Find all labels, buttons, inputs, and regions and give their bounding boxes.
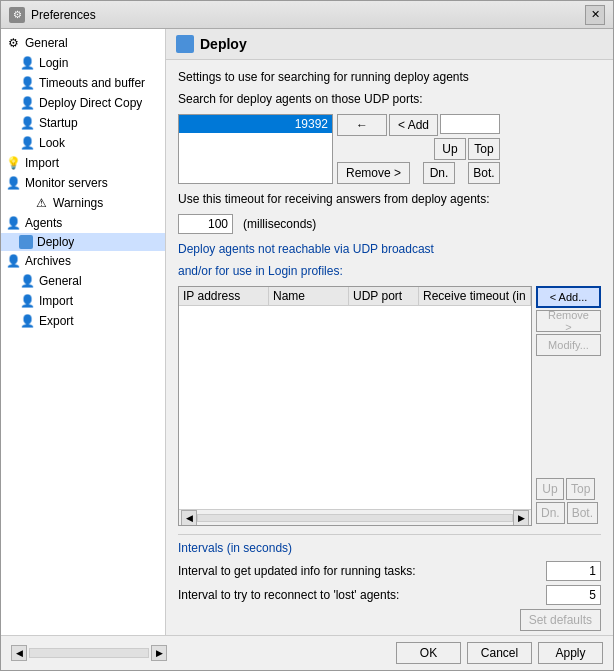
dn-agent-button[interactable]: Dn.	[536, 502, 565, 524]
bottom-scrollbar: ◀ ▶	[11, 645, 167, 661]
up-agent-button[interactable]: Up	[536, 478, 564, 500]
footer-buttons: OK Cancel Apply	[396, 642, 603, 664]
title-bar: ⚙ Preferences ✕	[1, 1, 613, 29]
back-arrow-button[interactable]: ←	[337, 114, 387, 136]
sidebar-item-arc-general[interactable]: 👤 General	[1, 271, 165, 291]
apply-button[interactable]: Apply	[538, 642, 603, 664]
add-agent-button[interactable]: < Add...	[536, 286, 601, 308]
sidebar-scroll-left[interactable]: ◀	[11, 645, 27, 661]
bot-udp-button[interactable]: Bot.	[468, 162, 500, 184]
panel-header: Deploy	[166, 29, 613, 60]
add-udp-button[interactable]: < Add	[389, 114, 438, 136]
sidebar-item-timeouts[interactable]: 👤 Timeouts and buffer	[1, 73, 165, 93]
scroll-track[interactable]	[197, 514, 513, 522]
sidebar-scroll-right[interactable]: ▶	[151, 645, 167, 661]
panel-title: Deploy	[200, 36, 247, 52]
cancel-button[interactable]: Cancel	[467, 642, 532, 664]
scroll-left-button[interactable]: ◀	[181, 510, 197, 526]
sidebar-item-login[interactable]: 👤 Login	[1, 53, 165, 73]
arc-export-icon: 👤	[19, 313, 35, 329]
data-table: IP address Name UDP port Receive timeout…	[178, 286, 532, 526]
sidebar-item-arc-export[interactable]: 👤 Export	[1, 311, 165, 331]
interval2-input[interactable]	[546, 585, 601, 605]
sidebar-label-timeouts: Timeouts and buffer	[39, 76, 145, 90]
top-udp-button[interactable]: Top	[468, 138, 500, 160]
look-icon: 👤	[19, 135, 35, 151]
sidebar-label-archives: Archives	[25, 254, 71, 268]
sidebar-scroll-track[interactable]	[29, 648, 149, 658]
set-defaults-button[interactable]: Set defaults	[520, 609, 601, 631]
panel-header-icon	[176, 35, 194, 53]
deploy-icon	[19, 235, 33, 249]
timeout-label: Use this timeout for receiving answers f…	[178, 192, 489, 206]
remove-udp-button[interactable]: Remove >	[337, 162, 410, 184]
import-icon: 💡	[5, 155, 21, 171]
sidebar-label-general: General	[25, 36, 68, 50]
monitor-icon: 👤	[5, 175, 21, 191]
sidebar-label-import: Import	[25, 156, 59, 170]
timeout-input[interactable]	[178, 214, 233, 234]
sidebar-item-startup[interactable]: 👤 Startup	[1, 113, 165, 133]
table-scrollbar[interactable]: ◀ ▶	[179, 509, 531, 525]
sidebar-item-deploy[interactable]: Deploy	[1, 233, 165, 251]
sidebar-item-general[interactable]: ⚙ General	[1, 33, 165, 53]
dn-udp-button[interactable]: Dn.	[423, 162, 455, 184]
interval1-input[interactable]	[546, 561, 601, 581]
col-name: Name	[269, 287, 349, 305]
warnings-icon: ⚠	[33, 195, 49, 211]
udp-right-buttons: ← < Add Up Top Remove >	[337, 114, 500, 184]
table-header: IP address Name UDP port Receive timeout…	[179, 287, 531, 306]
sidebar-item-import[interactable]: 💡 Import	[1, 153, 165, 173]
bottom-bar: ◀ ▶ OK Cancel Apply	[1, 635, 613, 670]
modify-agent-button[interactable]: Modify...	[536, 334, 601, 356]
close-button[interactable]: ✕	[585, 5, 605, 25]
udp-label: Search for deploy agents on those UDP po…	[178, 92, 601, 106]
main-panel: Deploy Settings to use for searching for…	[166, 29, 613, 635]
login-icon: 👤	[19, 55, 35, 71]
table-action-buttons: < Add... Remove > Modify... Up Top Dn. B…	[536, 286, 601, 526]
udp-port-list[interactable]: 19392	[178, 114, 333, 184]
table-section: IP address Name UDP port Receive timeout…	[178, 286, 601, 526]
udp-add-input[interactable]	[440, 114, 500, 134]
title-bar-left: ⚙ Preferences	[9, 7, 96, 23]
sidebar-label-arc-import: Import	[39, 294, 73, 308]
sidebar-item-warnings[interactable]: ⚠ Warnings	[1, 193, 165, 213]
timeout-unit: (milliseconds)	[243, 217, 316, 231]
intervals-title: Intervals (in seconds)	[178, 541, 601, 555]
main-content: ⚙ General 👤 Login 👤 Timeouts and buffer …	[1, 29, 613, 635]
sidebar-item-arc-import[interactable]: 👤 Import	[1, 291, 165, 311]
sidebar-label-warnings: Warnings	[53, 196, 103, 210]
preferences-window: ⚙ Preferences ✕ ⚙ General 👤 Login 👤 Time…	[0, 0, 614, 671]
window-title: Preferences	[31, 8, 96, 22]
up-udp-button[interactable]: Up	[434, 138, 466, 160]
scroll-right-button[interactable]: ▶	[513, 510, 529, 526]
sidebar-label-startup: Startup	[39, 116, 78, 130]
remove-agent-button[interactable]: Remove >	[536, 310, 601, 332]
sidebar-label-agents: Agents	[25, 216, 62, 230]
col-ip-address: IP address	[179, 287, 269, 305]
sidebar-item-archives[interactable]: 👤 Archives	[1, 251, 165, 271]
startup-icon: 👤	[19, 115, 35, 131]
interval2-row: Interval to try to reconnect to 'lost' a…	[178, 585, 601, 605]
sidebar-label-login: Login	[39, 56, 68, 70]
sidebar: ⚙ General 👤 Login 👤 Timeouts and buffer …	[1, 29, 166, 635]
sidebar-label-look: Look	[39, 136, 65, 150]
top-agent-button[interactable]: Top	[566, 478, 595, 500]
sidebar-item-look[interactable]: 👤 Look	[1, 133, 165, 153]
archives-icon: 👤	[5, 253, 21, 269]
search-label: Settings to use for searching for runnin…	[178, 70, 601, 84]
sidebar-label-deploy-copy: Deploy Direct Copy	[39, 96, 142, 110]
udp-port-item[interactable]: 19392	[179, 115, 332, 133]
window-icon: ⚙	[9, 7, 25, 23]
ok-button[interactable]: OK	[396, 642, 461, 664]
bot-agent-button[interactable]: Bot.	[567, 502, 598, 524]
sidebar-item-monitor[interactable]: 👤 Monitor servers	[1, 173, 165, 193]
sidebar-item-deploy-copy[interactable]: 👤 Deploy Direct Copy	[1, 93, 165, 113]
defaults-row: Set defaults	[178, 609, 601, 631]
timeout-input-row: (milliseconds)	[178, 214, 601, 234]
interval1-label: Interval to get updated info for running…	[178, 564, 546, 578]
table-body[interactable]	[179, 306, 531, 509]
interval2-label: Interval to try to reconnect to 'lost' a…	[178, 588, 546, 602]
sidebar-item-agents[interactable]: 👤 Agents	[1, 213, 165, 233]
unreachable-label: Deploy agents not reachable via UDP broa…	[178, 242, 601, 256]
